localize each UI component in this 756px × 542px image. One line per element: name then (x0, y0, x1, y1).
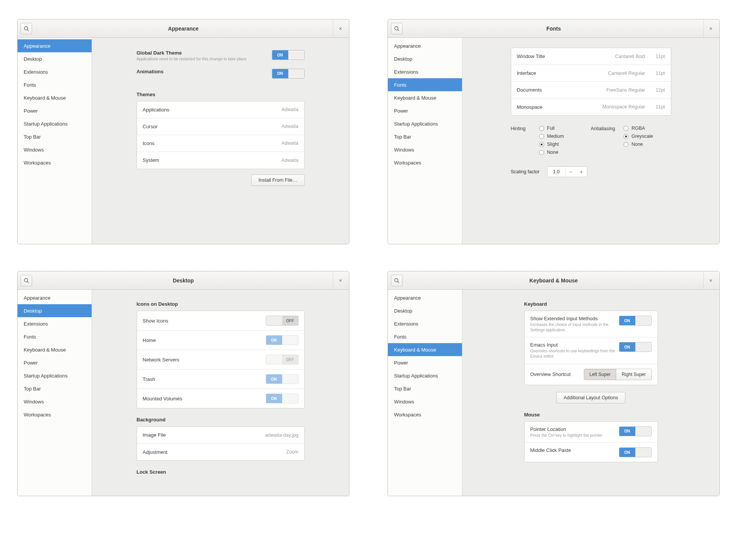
sidebar-item-windows[interactable]: Windows (18, 395, 92, 408)
global-dark-toggle[interactable]: ONOFF (272, 50, 305, 60)
aa-radio-greyscale[interactable]: Greyscale (624, 134, 653, 139)
font-size: 11pt (650, 104, 665, 110)
overview-option[interactable]: Right Super (616, 369, 651, 380)
list-row[interactable]: TrashONOFF (137, 369, 304, 389)
sidebar-item-desktop[interactable]: Desktop (18, 52, 92, 65)
aa-radio-rgba[interactable]: RGBA (624, 126, 653, 131)
panel-title: Fonts (388, 26, 719, 32)
aa-radio-none[interactable]: None (624, 142, 653, 147)
list-row[interactable]: Show Extended Input MethodsIncreases the… (525, 311, 657, 337)
scaling-spin[interactable]: 1.0 − + (547, 166, 587, 177)
sidebar-item-desktop[interactable]: Desktop (388, 304, 462, 317)
sidebar-item-fonts[interactable]: Fonts (18, 330, 92, 343)
hinting-radio-full[interactable]: Full (539, 126, 564, 131)
font-name: Cantarell Regular (608, 71, 645, 76)
appearance-window: Appearance × AppearanceDesktopExtensions… (17, 19, 349, 244)
sidebar-item-desktop[interactable]: Desktop (388, 52, 462, 65)
list-row[interactable]: Middle Click PasteONOFF (525, 443, 657, 462)
sidebar-item-top-bar[interactable]: Top Bar (388, 130, 462, 143)
sidebar-item-fonts[interactable]: Fonts (388, 78, 462, 91)
sidebar-item-windows[interactable]: Windows (388, 143, 462, 156)
sidebar-item-keyboard-mouse[interactable]: Keyboard & Mouse (388, 91, 462, 104)
list-row[interactable]: InterfaceCantarell Regular11pt (511, 65, 671, 82)
sidebar-item-keyboard-mouse[interactable]: Keyboard & Mouse (18, 91, 92, 104)
global-dark-sub: Applications need to be restarted for th… (137, 56, 247, 62)
sidebar-item-workspaces[interactable]: Workspaces (18, 408, 92, 421)
mouse-toggle[interactable]: ONOFF (619, 447, 652, 457)
sidebar-item-fonts[interactable]: Fonts (388, 330, 462, 343)
additional-layout-button[interactable]: Additional Layout Options (556, 392, 625, 403)
sidebar-item-appearance[interactable]: Appearance (388, 39, 462, 52)
mouse-toggle[interactable]: ONOFF (619, 426, 652, 436)
sidebar-item-appearance[interactable]: Appearance (18, 291, 92, 304)
sidebar-item-startup-applications[interactable]: Startup Applications (388, 117, 462, 130)
sidebar-item-appearance[interactable]: Appearance (18, 39, 92, 52)
sidebar-item-keyboard-mouse[interactable]: Keyboard & Mouse (388, 343, 462, 356)
list-row[interactable]: Emacs InputOverrides shortcuts to use ke… (525, 337, 657, 364)
sidebar-item-extensions[interactable]: Extensions (18, 65, 92, 78)
install-from-file-button[interactable]: Install From File… (251, 174, 304, 186)
list-row[interactable]: IconsAdwaita (137, 135, 304, 152)
search-button[interactable] (391, 275, 402, 286)
window-close-button[interactable]: × (333, 19, 346, 37)
window-close-button[interactable]: × (703, 271, 716, 289)
hinting-radio-slight[interactable]: Slight (539, 142, 564, 147)
list-row[interactable]: Overview ShortcutLeft SuperRight Super (525, 364, 657, 385)
list-row[interactable]: SystemAdwaita (137, 152, 304, 169)
scaling-minus[interactable]: − (565, 167, 576, 177)
sidebar-item-windows[interactable]: Windows (18, 143, 92, 156)
list-row[interactable]: CursorAdwaita (137, 118, 304, 135)
list-row[interactable]: Image Fileadwaita-day.jpg (137, 427, 304, 444)
sidebar-item-power[interactable]: Power (18, 104, 92, 117)
sidebar-item-appearance[interactable]: Appearance (388, 291, 462, 304)
sidebar-item-top-bar[interactable]: Top Bar (18, 382, 92, 395)
sidebar-item-keyboard-mouse[interactable]: Keyboard & Mouse (18, 343, 92, 356)
sidebar-item-desktop[interactable]: Desktop (18, 304, 92, 317)
sidebar-item-extensions[interactable]: Extensions (388, 65, 462, 78)
sidebar-item-power[interactable]: Power (18, 356, 92, 369)
sidebar-item-extensions[interactable]: Extensions (388, 317, 462, 330)
sidebar-item-top-bar[interactable]: Top Bar (18, 130, 92, 143)
kbd-toggle[interactable]: ONOFF (619, 316, 652, 326)
sidebar-item-startup-applications[interactable]: Startup Applications (18, 369, 92, 382)
search-button[interactable] (21, 275, 32, 286)
list-row[interactable]: Mounted VolumesONOFF (137, 389, 304, 408)
list-row[interactable]: DocumentsFreeSans Regular12pt (511, 82, 671, 98)
list-row[interactable]: Show IconsONOFF (137, 311, 304, 331)
sidebar-item-workspaces[interactable]: Workspaces (388, 408, 462, 421)
sidebar-item-startup-applications[interactable]: Startup Applications (18, 117, 92, 130)
search-button[interactable] (21, 23, 32, 34)
sidebar-item-power[interactable]: Power (388, 104, 462, 117)
fonts-list: Window TitleCantarell Bold11ptInterfaceC… (511, 48, 671, 116)
sidebar-item-power[interactable]: Power (388, 356, 462, 369)
sidebar-item-workspaces[interactable]: Workspaces (388, 156, 462, 169)
svg-point-6 (395, 278, 398, 282)
kbd-toggle[interactable]: ONOFF (619, 342, 652, 352)
sidebar-item-extensions[interactable]: Extensions (18, 317, 92, 330)
keyboard-list: Show Extended Input MethodsIncreases the… (524, 311, 658, 385)
list-row[interactable]: Window TitleCantarell Bold11pt (511, 48, 671, 65)
list-row[interactable]: AdjustmentZoom (137, 444, 304, 460)
list-row[interactable]: Pointer LocationPress the Ctrl key to hi… (525, 422, 657, 443)
sidebar-item-workspaces[interactable]: Workspaces (18, 156, 92, 169)
sidebar-item-windows[interactable]: Windows (388, 395, 462, 408)
overview-linked[interactable]: Left SuperRight Super (584, 369, 652, 380)
toggle-show-icons[interactable]: ONOFF (266, 316, 299, 326)
scaling-plus[interactable]: + (576, 167, 587, 177)
window-close-button[interactable]: × (703, 19, 716, 37)
font-target: Monospace (517, 104, 543, 110)
list-row[interactable]: MonospaceMonospace Regular11pt (511, 98, 671, 115)
window-close-button[interactable]: × (333, 271, 346, 289)
hinting-radio-none[interactable]: None (539, 150, 564, 155)
list-row[interactable]: ApplicationsAdwaita (137, 102, 304, 118)
animations-toggle[interactable]: ONOFF (272, 69, 305, 79)
font-name: Cantarell Bold (615, 54, 645, 59)
sidebar-item-fonts[interactable]: Fonts (18, 78, 92, 91)
hinting-radio-medium[interactable]: Medium (539, 134, 564, 139)
list-row[interactable]: Network ServersONOFF (137, 350, 304, 369)
overview-option[interactable]: Left Super (584, 369, 616, 380)
search-button[interactable] (391, 23, 402, 34)
list-row[interactable]: HomeONOFF (137, 331, 304, 350)
sidebar-item-top-bar[interactable]: Top Bar (388, 382, 462, 395)
sidebar-item-startup-applications[interactable]: Startup Applications (388, 369, 462, 382)
